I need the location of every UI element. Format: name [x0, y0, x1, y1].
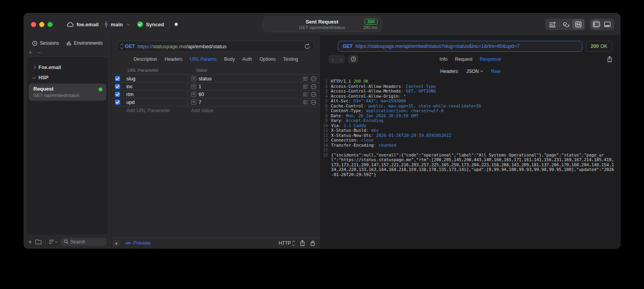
code-line: 4Access-Control-Allow-Origin: *: [323, 94, 615, 99]
sync-branches-icon[interactable]: [560, 19, 572, 29]
search-input[interactable]: Search: [60, 238, 107, 246]
request-tab-body[interactable]: Body: [224, 56, 235, 62]
requests-queue-icon[interactable]: [547, 19, 558, 29]
response-tab-response[interactable]: Response: [480, 56, 501, 62]
tree-item-foe-email[interactable]: Foe.email: [27, 62, 108, 73]
param-name-input[interactable]: rtm: [123, 92, 188, 97]
row-options-icon[interactable]: [303, 77, 308, 81]
request-method[interactable]: GET: [125, 44, 135, 49]
add-param-name-placeholder[interactable]: Add URL Parameter: [111, 108, 188, 113]
response-subtab-json[interactable]: JSON: [466, 69, 483, 74]
param-name-input[interactable]: upd: [123, 100, 188, 105]
row-options-icon[interactable]: [303, 85, 308, 89]
request-tabs: DescriptionHeadersURL ParamsBodyAuthOpti…: [111, 52, 320, 66]
tree-item-hsp[interactable]: HSP: [27, 73, 108, 83]
history-forward-button[interactable]: ›: [337, 55, 345, 63]
branch-icon: [104, 21, 108, 27]
param-value-cell[interactable]: =1: [188, 83, 303, 90]
minimize-window-button[interactable]: [39, 22, 44, 27]
toggle-bottom-panel-icon[interactable]: [601, 19, 613, 29]
sort-list-icon[interactable]: [49, 240, 57, 244]
param-value-input[interactable]: 60: [199, 92, 204, 97]
param-value-input[interactable]: 7: [199, 100, 201, 105]
sync-status[interactable]: Synced: [146, 22, 164, 27]
param-checkbox[interactable]: [115, 76, 120, 81]
zoom-window-button[interactable]: [47, 22, 53, 27]
protocol-selector[interactable]: HTTP: [279, 240, 294, 246]
toggle-left-sidebar-icon[interactable]: [591, 19, 601, 29]
request-tab-options[interactable]: Options: [259, 56, 275, 62]
request-url-input[interactable]: https://statuspage.me/api/embed/status: [137, 44, 302, 49]
sent-request-url-box[interactable]: GET https://statuspage.me/api/embed/stat…: [338, 41, 582, 52]
response-raw-view[interactable]: 1HTTP/1.1 200 OK2Access-Control-Allow-He…: [321, 76, 620, 248]
param-row[interactable]: upd=7: [111, 98, 320, 106]
sessions-tree-panel: Foe.email HSP Request GET /api/embed/sta…: [26, 56, 109, 235]
request-item-subtitle: GET /api/embed/status: [33, 93, 102, 98]
add-param-value-placeholder[interactable]: Add Value: [188, 108, 213, 113]
new-folder-icon[interactable]: [35, 239, 42, 244]
request-subtitle: GET /api/embed/status: [299, 25, 345, 30]
remove-param-icon[interactable]: [311, 100, 316, 105]
param-row[interactable]: inc=1: [111, 83, 320, 91]
collapse-panel-icon[interactable]: ▲: [113, 240, 120, 246]
branch-name[interactable]: main: [111, 22, 122, 27]
request-url-bar[interactable]: GET https://statuspage.me/api/embed/stat…: [117, 41, 314, 52]
remove-param-icon[interactable]: [311, 76, 316, 82]
project-name[interactable]: foe.email: [77, 22, 99, 27]
lock-icon[interactable]: [310, 240, 315, 246]
line-number: 3: [323, 89, 331, 94]
add-param-row[interactable]: Add URL Parameter Add Value: [111, 106, 320, 115]
response-subtab-headers[interactable]: Headers: [440, 69, 458, 74]
remove-session-button[interactable]: –: [38, 49, 41, 56]
preview-button[interactable]: </> Preview: [125, 240, 151, 246]
branch-chevron-icon[interactable]: [126, 22, 130, 25]
tab-environments[interactable]: Environments: [66, 40, 102, 46]
code-line: 1HTTP/1.1 200 OK: [323, 79, 615, 84]
sent-request-pill[interactable]: Sent Request GET /api/embed/status 200 2…: [262, 16, 382, 32]
request-tab-auth[interactable]: Auth: [242, 56, 252, 62]
param-value-input[interactable]: status: [199, 76, 212, 82]
row-options-icon[interactable]: [303, 100, 308, 104]
line-number: 10: [323, 123, 331, 128]
request-tab-description[interactable]: Description: [133, 56, 157, 62]
response-tab-request[interactable]: Request: [455, 56, 473, 62]
remove-param-icon[interactable]: [311, 84, 316, 89]
tab-sessions[interactable]: Sessions: [32, 40, 59, 46]
history-clock-icon[interactable]: [348, 55, 358, 64]
param-checkbox[interactable]: [115, 84, 120, 89]
param-checkbox[interactable]: [115, 100, 120, 105]
import-export-icon[interactable]: [572, 19, 584, 29]
param-row[interactable]: rtm=60: [111, 91, 320, 98]
method-stepper-icon[interactable]: [121, 44, 123, 48]
remove-param-icon[interactable]: [311, 92, 316, 97]
request-tab-testing[interactable]: Testing: [283, 56, 298, 62]
response-tab-info[interactable]: Info: [440, 56, 447, 62]
param-name-input[interactable]: inc: [123, 84, 188, 89]
code-line: 16{"incidents":null,"overall":{"code":"o…: [323, 153, 615, 177]
share-icon[interactable]: [300, 240, 305, 246]
request-tab-headers[interactable]: Headers: [164, 56, 182, 62]
export-share-icon[interactable]: [607, 56, 612, 62]
add-session-button[interactable]: +: [29, 49, 32, 56]
response-subtab-raw[interactable]: Raw: [491, 69, 500, 74]
protocol-label: HTTP: [279, 240, 291, 246]
param-value-cell[interactable]: =7: [188, 98, 303, 106]
param-checkbox[interactable]: [115, 92, 120, 97]
send-reload-icon[interactable]: [305, 44, 310, 49]
preview-label: Preview: [133, 240, 150, 246]
line-number: 12: [323, 133, 331, 138]
param-name-input[interactable]: slug: [123, 76, 188, 82]
request-title: Sent Request: [306, 19, 338, 25]
row-options-icon[interactable]: [303, 93, 308, 96]
param-value-cell[interactable]: =60: [188, 91, 303, 98]
sessions-sidebar: Sessions Environments + –: [24, 35, 111, 248]
param-row[interactable]: slug=status: [111, 75, 320, 83]
request-tab-url-params[interactable]: URL Params: [190, 56, 217, 62]
param-value-cell[interactable]: =status: [188, 75, 303, 82]
request-list-item-selected[interactable]: Request GET /api/embed/status: [29, 84, 106, 101]
close-window-button[interactable]: [31, 22, 36, 27]
param-value-input[interactable]: 1: [199, 84, 201, 89]
history-back-button[interactable]: ‹: [328, 55, 337, 63]
add-request-button[interactable]: +: [28, 239, 32, 245]
code-line: 15: [323, 147, 615, 153]
